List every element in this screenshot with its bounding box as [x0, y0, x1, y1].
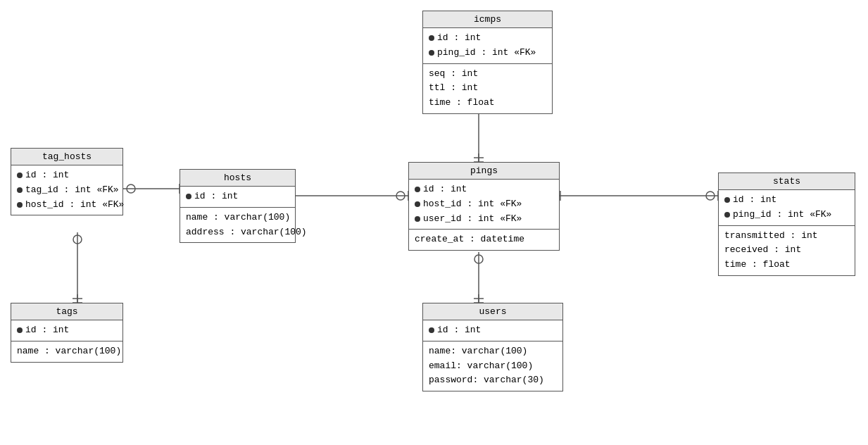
field-stats-time: time : float — [724, 258, 849, 272]
svg-point-6 — [127, 184, 135, 193]
field-tag-hosts-host-id: host_id : int «FK» — [17, 198, 117, 213]
entity-tags-pk: id : int — [11, 320, 122, 341]
bullet-icon — [17, 187, 23, 193]
svg-point-28 — [706, 192, 715, 200]
bullet-icon — [724, 197, 730, 203]
field-stats-ping-id: ping_id : int «FK» — [724, 208, 849, 222]
entity-pings-fields: create_at : datetime — [409, 230, 559, 250]
bullet-icon — [17, 327, 23, 333]
entity-icmps-title: icmps — [423, 11, 552, 28]
field-hosts-name: name : varchar(100) — [186, 211, 289, 225]
field-stats-id: id : int — [724, 193, 849, 208]
bullet-icon — [429, 50, 434, 56]
field-pings-id: id : int — [415, 182, 553, 197]
entity-pings-title: pings — [409, 163, 559, 180]
entity-tag-hosts-title: tag_hosts — [11, 149, 122, 165]
field-pings-host-id: host_id : int «FK» — [415, 197, 553, 212]
entity-hosts-pk: id : int — [180, 187, 295, 208]
entity-stats-pk: id : int ping_id : int «FK» — [719, 190, 855, 226]
field-tags-id: id : int — [17, 323, 117, 338]
entity-users: users id : int name: varchar(100) email:… — [422, 303, 563, 391]
entity-icmps: icmps id : int ping_id : int «FK» seq : … — [422, 11, 553, 114]
field-users-password: password: varchar(30) — [429, 373, 557, 388]
diagram-container: tag_hosts id : int tag_id : int «FK» hos… — [0, 0, 868, 445]
svg-point-12 — [396, 192, 405, 200]
field-hosts-address: address : varchar(100) — [186, 225, 289, 240]
field-icmps-time: time : float — [429, 96, 546, 111]
entity-stats-fields: transmitted : int received : int time : … — [719, 226, 855, 275]
field-pings-user-id: user_id : int «FK» — [415, 212, 553, 227]
field-icmps-id: id : int — [429, 31, 546, 46]
field-icmps-ping-id: ping_id : int «FK» — [429, 46, 546, 61]
entity-hosts-title: hosts — [180, 170, 295, 187]
svg-point-1 — [73, 235, 82, 244]
bullet-icon — [415, 216, 420, 222]
entity-tags: tags id : int name : varchar(100) — [11, 303, 123, 363]
field-hosts-id: id : int — [186, 189, 289, 204]
entity-users-title: users — [423, 303, 562, 320]
entity-hosts: hosts id : int name : varchar(100) addre… — [180, 169, 296, 243]
field-stats-received: received : int — [724, 243, 849, 258]
field-icmps-ttl: ttl : int — [429, 81, 546, 96]
entity-icmps-fields: seq : int ttl : int time : float — [423, 64, 552, 113]
field-tags-name: name : varchar(100) — [17, 344, 117, 359]
bullet-icon — [17, 202, 23, 208]
bullet-icon — [186, 194, 191, 199]
entity-users-pk: id : int — [423, 320, 562, 341]
field-icmps-seq: seq : int — [429, 67, 546, 82]
entity-pings-pk: id : int host_id : int «FK» user_id : in… — [409, 180, 559, 230]
entity-icmps-pk: id : int ping_id : int «FK» — [423, 28, 552, 64]
entity-tag-hosts: tag_hosts id : int tag_id : int «FK» hos… — [11, 148, 123, 215]
bullet-icon — [429, 35, 434, 41]
field-pings-create-at: create_at : datetime — [415, 232, 553, 247]
bullet-icon — [415, 187, 420, 192]
entity-stats-title: stats — [719, 173, 855, 190]
field-stats-transmitted: transmitted : int — [724, 229, 849, 244]
field-users-email: email: varchar(100) — [429, 359, 557, 374]
entity-tag-hosts-pk: id : int tag_id : int «FK» host_id : int… — [11, 165, 122, 215]
field-tag-hosts-id: id : int — [17, 168, 117, 183]
entity-users-fields: name: varchar(100) email: varchar(100) p… — [423, 341, 562, 391]
field-users-id: id : int — [429, 323, 557, 338]
entity-stats: stats id : int ping_id : int «FK» transm… — [718, 173, 855, 276]
bullet-icon — [415, 201, 420, 207]
svg-point-21 — [474, 255, 483, 263]
bullet-icon — [17, 173, 23, 178]
bullet-icon — [724, 212, 730, 218]
entity-pings: pings id : int host_id : int «FK» user_i… — [408, 162, 560, 251]
entity-hosts-fields: name : varchar(100) address : varchar(10… — [180, 208, 295, 243]
entity-tags-title: tags — [11, 303, 122, 320]
entity-tags-fields: name : varchar(100) — [11, 341, 122, 362]
field-tag-hosts-tag-id: tag_id : int «FK» — [17, 183, 117, 198]
field-users-name: name: varchar(100) — [429, 344, 557, 359]
bullet-icon — [429, 327, 434, 333]
